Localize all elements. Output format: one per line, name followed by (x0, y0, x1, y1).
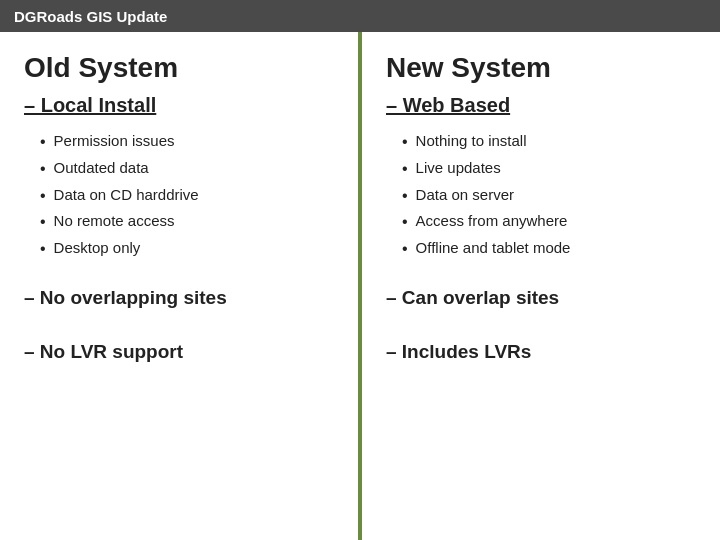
right-section-title: New System (386, 52, 696, 84)
title-bar: DGRoads GIS Update (0, 0, 720, 32)
left-section-title: Old System (24, 52, 334, 84)
list-item: Nothing to install (402, 129, 696, 156)
list-item: Data on CD harddrive (40, 183, 334, 210)
right-overlap-item: – Can overlap sites (386, 287, 696, 309)
list-item: Offline and tablet mode (402, 236, 696, 263)
left-bullet-list: Permission issues Outdated data Data on … (40, 129, 334, 263)
list-item: Desktop only (40, 236, 334, 263)
left-subheading: – Local Install (24, 94, 334, 117)
list-item: Permission issues (40, 129, 334, 156)
title-bar-label: DGRoads GIS Update (14, 8, 167, 25)
list-item: Outdated data (40, 156, 334, 183)
list-item: Access from anywhere (402, 209, 696, 236)
left-lvr-item: – No LVR support (24, 341, 334, 363)
right-subheading: – Web Based (386, 94, 696, 117)
main-content: Old System – Local Install Permission is… (0, 32, 720, 540)
list-item: No remote access (40, 209, 334, 236)
list-item: Live updates (402, 156, 696, 183)
list-item: Data on server (402, 183, 696, 210)
left-overlap-item: – No overlapping sites (24, 287, 334, 309)
right-panel: New System – Web Based Nothing to instal… (362, 32, 720, 540)
right-lvr-item: – Includes LVRs (386, 341, 696, 363)
right-bullet-list: Nothing to install Live updates Data on … (402, 129, 696, 263)
left-panel: Old System – Local Install Permission is… (0, 32, 362, 540)
